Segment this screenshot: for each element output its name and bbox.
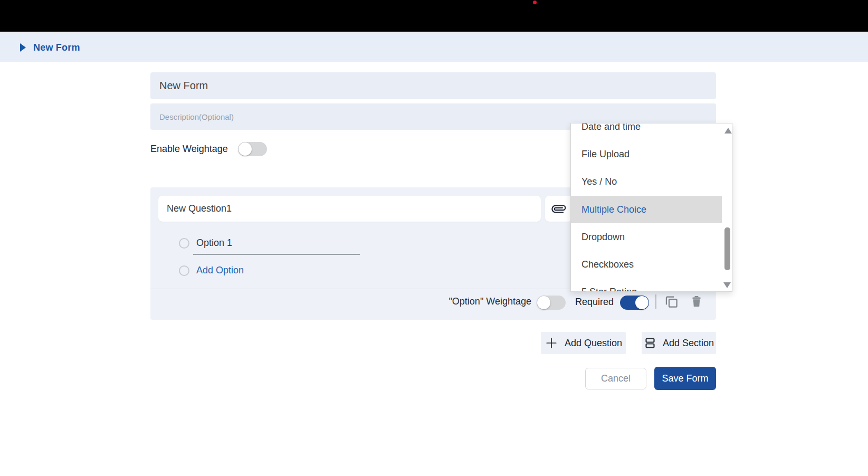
option-label[interactable]: Option 1 <box>196 237 232 249</box>
copy-icon <box>664 294 679 309</box>
question-title-input[interactable] <box>158 196 541 222</box>
add-option-radio[interactable] <box>179 265 189 276</box>
type-option-6[interactable]: 5 Star Rating <box>571 279 722 292</box>
type-option-3[interactable]: Multiple Choice <box>571 196 722 223</box>
add-option-button[interactable]: Add Option <box>196 265 244 276</box>
trash-icon <box>690 294 703 308</box>
toolbar-divider <box>655 294 656 309</box>
required-toggle[interactable] <box>620 296 649 310</box>
type-option-0[interactable]: Date and time <box>571 123 722 140</box>
scroll-up-arrow-icon[interactable] <box>724 128 732 134</box>
type-option-2[interactable]: Yes / No <box>571 168 722 196</box>
form-builder-page: New Form Enable Weightage Option 1 Add O… <box>0 0 868 476</box>
attach-button[interactable] <box>545 196 573 222</box>
toggle-knob <box>239 142 252 156</box>
option-weightage-label: "Option" Weightage <box>449 296 531 307</box>
plus-icon <box>545 336 558 350</box>
required-label: Required <box>575 297 614 308</box>
add-question-label: Add Question <box>565 338 622 349</box>
expand-triangle-icon[interactable] <box>20 43 26 52</box>
option-radio[interactable] <box>179 238 189 249</box>
option-underline <box>193 254 360 255</box>
save-form-button[interactable]: Save Form <box>654 367 716 390</box>
question-type-dropdown: Date and time File Upload Yes / No Multi… <box>570 123 732 292</box>
enable-weightage-label: Enable Weightage <box>150 144 228 155</box>
scroll-down-arrow-icon[interactable] <box>723 282 731 288</box>
recording-dot-icon <box>533 1 537 4</box>
breadcrumb[interactable]: New Form <box>33 42 80 53</box>
enable-weightage-toggle[interactable] <box>238 142 267 156</box>
section-icon <box>644 337 656 349</box>
delete-question-button[interactable] <box>689 293 704 309</box>
cancel-button[interactable]: Cancel <box>585 368 646 389</box>
duplicate-question-button[interactable] <box>663 293 679 309</box>
add-section-label: Add Section <box>663 338 714 349</box>
paperclip-icon <box>549 199 569 218</box>
toggle-knob <box>635 296 648 309</box>
question-type-list: Date and time File Upload Yes / No Multi… <box>571 123 732 292</box>
add-section-button[interactable]: Add Section <box>642 332 716 354</box>
type-option-4[interactable]: Dropdown <box>571 223 722 251</box>
enable-weightage-row: Enable Weightage <box>150 141 267 157</box>
dropdown-scrollbar[interactable] <box>724 227 730 270</box>
option-weightage-toggle[interactable] <box>537 296 566 310</box>
breadcrumb-bar: New Form <box>0 32 868 62</box>
add-question-button[interactable]: Add Question <box>541 332 626 354</box>
top-black-bar <box>0 0 868 32</box>
form-title-input[interactable] <box>150 72 716 99</box>
type-option-1[interactable]: File Upload <box>571 140 722 168</box>
type-option-5[interactable]: Checkboxes <box>571 251 722 278</box>
toggle-knob <box>537 296 550 309</box>
